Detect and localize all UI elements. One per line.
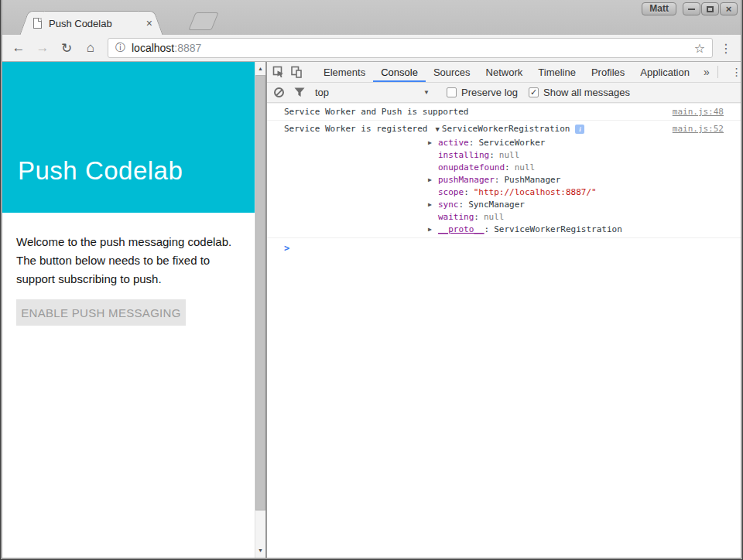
tree-expand-icon[interactable]: ▶ bbox=[428, 199, 438, 211]
clear-console-icon[interactable] bbox=[274, 87, 284, 97]
titlebar: Push Codelab × Matt × bbox=[2, 0, 741, 35]
page-header-banner: Push Codelab bbox=[2, 62, 255, 213]
device-toolbar-icon[interactable] bbox=[290, 65, 303, 79]
tab-timeline[interactable]: Timeline bbox=[530, 62, 584, 82]
back-icon[interactable]: ← bbox=[10, 40, 27, 56]
tab-elements[interactable]: Elements bbox=[316, 62, 373, 82]
property-row[interactable]: onupdatefound: null bbox=[428, 162, 663, 174]
preserve-log-checkbox[interactable]: Preserve log bbox=[447, 87, 518, 98]
web-page: Push Codelab Welcome to the push messagi… bbox=[2, 62, 265, 558]
property-row[interactable]: ▶ active: ServiceWorker bbox=[428, 137, 663, 149]
devtools-panel: Elements Console Sources Network Timelin… bbox=[265, 62, 741, 558]
console-message: Service Worker is registered ▼ ServiceWo… bbox=[267, 121, 741, 238]
tab-network[interactable]: Network bbox=[478, 62, 531, 82]
object-property-tree: ▶ active: ServiceWorker installing: null bbox=[428, 137, 663, 236]
tree-collapse-icon[interactable]: ▼ bbox=[435, 123, 439, 135]
console-message: Service Worker and Push is supported mai… bbox=[267, 103, 741, 121]
chevron-down-icon: ▼ bbox=[423, 89, 430, 96]
browser-tab[interactable]: Push Codelab × bbox=[33, 11, 149, 35]
browser-menu-icon[interactable]: ⋮ bbox=[719, 41, 733, 56]
show-all-messages-checkbox[interactable]: ✓ Show all messages bbox=[529, 87, 630, 98]
bookmark-star-icon[interactable]: ☆ bbox=[694, 41, 705, 56]
property-row[interactable]: ▶ pushManager: PushManager bbox=[428, 174, 663, 186]
page-title: Push Codelab bbox=[2, 62, 255, 186]
maximize-button[interactable] bbox=[701, 2, 719, 15]
more-tabs-icon[interactable]: » bbox=[697, 66, 716, 78]
source-link[interactable]: main.js:52 bbox=[663, 123, 724, 236]
checkbox-unchecked-icon[interactable] bbox=[447, 87, 457, 97]
tree-expand-icon[interactable]: ▶ bbox=[428, 174, 438, 186]
scrollbar-thumb[interactable] bbox=[255, 75, 265, 510]
filter-icon[interactable] bbox=[294, 87, 305, 97]
property-row[interactable]: scope: "http://localhost:8887/" bbox=[428, 186, 663, 199]
site-info-icon[interactable]: ⓘ bbox=[115, 41, 125, 55]
tree-expand-icon[interactable]: ▶ bbox=[428, 224, 438, 236]
tab-close-icon[interactable]: × bbox=[146, 17, 152, 29]
minimize-button[interactable] bbox=[683, 2, 700, 15]
console-prompt[interactable]: > bbox=[267, 238, 741, 258]
tab-profiles[interactable]: Profiles bbox=[584, 62, 632, 82]
devtools-menu-icon[interactable]: ⋮ bbox=[724, 66, 743, 78]
address-bar[interactable]: ⓘ localhost :8887 ☆ bbox=[108, 38, 713, 58]
page-paragraph: Welcome to the push messaging codelab. T… bbox=[16, 233, 244, 289]
scroll-up-icon[interactable]: ▲ bbox=[255, 66, 265, 71]
reload-icon[interactable]: ↻ bbox=[58, 40, 75, 56]
browser-window: Push Codelab × Matt × ← → ↻ ⌂ ⓘ localhos… bbox=[0, 0, 743, 560]
tree-expand-icon[interactable]: ▶ bbox=[428, 137, 438, 149]
execution-context-select[interactable]: top ▼ bbox=[315, 87, 430, 98]
url-host: localhost bbox=[132, 42, 174, 54]
page-favicon-icon bbox=[33, 18, 42, 29]
minimize-icon bbox=[688, 9, 695, 10]
property-row[interactable]: ▶ __proto__: ServiceWorkerRegistration bbox=[428, 224, 663, 236]
prompt-chevron-icon: > bbox=[284, 243, 289, 254]
info-badge-icon: i bbox=[575, 125, 584, 134]
new-tab-button[interactable] bbox=[188, 12, 218, 30]
page-scrollbar[interactable]: ▲ ▼ bbox=[255, 62, 265, 558]
property-row[interactable]: installing: null bbox=[428, 149, 663, 162]
devtools-tabbar: Elements Console Sources Network Timelin… bbox=[267, 62, 741, 83]
object-name[interactable]: ServiceWorkerRegistration bbox=[442, 123, 570, 135]
tab-console[interactable]: Console bbox=[373, 62, 426, 82]
window-close-button[interactable]: × bbox=[720, 2, 738, 15]
forward-icon[interactable]: → bbox=[34, 40, 51, 56]
inspect-element-icon[interactable] bbox=[272, 65, 285, 79]
tab-title: Push Codelab bbox=[49, 18, 146, 29]
maximize-icon bbox=[707, 6, 714, 12]
scroll-down-icon[interactable]: ▼ bbox=[255, 548, 265, 553]
url-port: :8887 bbox=[174, 42, 201, 54]
tab-application[interactable]: Application bbox=[632, 62, 697, 82]
property-row[interactable]: waiting: null bbox=[428, 211, 663, 224]
user-badge[interactable]: Matt bbox=[642, 2, 676, 15]
property-row[interactable]: ▶ sync: SyncManager bbox=[428, 199, 663, 211]
console-toolbar: top ▼ Preserve log ✓ Show all messages bbox=[267, 83, 741, 103]
enable-push-button[interactable]: ENABLE PUSH MESSAGING bbox=[16, 299, 186, 326]
tab-sources[interactable]: Sources bbox=[426, 62, 478, 82]
browser-toolbar: ← → ↻ ⌂ ⓘ localhost :8887 ☆ ⋮ bbox=[2, 35, 741, 62]
checkbox-checked-icon[interactable]: ✓ bbox=[529, 87, 539, 97]
home-icon[interactable]: ⌂ bbox=[82, 40, 99, 56]
console-log[interactable]: Service Worker and Push is supported mai… bbox=[267, 103, 741, 558]
window-close-icon: × bbox=[726, 4, 732, 14]
source-link[interactable]: main.js:48 bbox=[663, 106, 724, 118]
divider bbox=[717, 66, 718, 78]
